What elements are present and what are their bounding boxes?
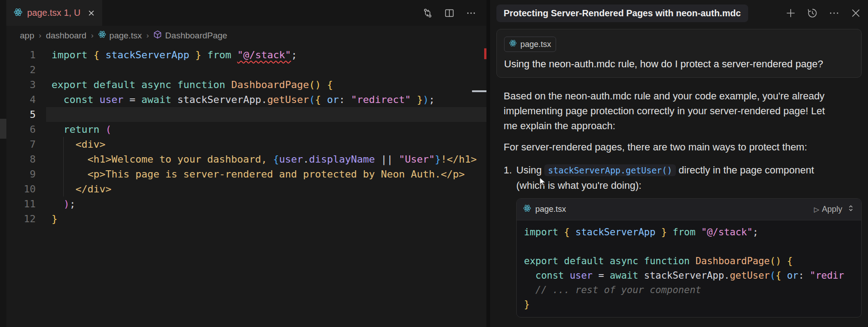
code-line: // ... rest of your component xyxy=(524,283,854,297)
code-line[interactable]: 1import { stackServerApp } from "@/stack… xyxy=(6,47,486,62)
chevron-right-icon: › xyxy=(39,31,42,40)
line-number: 2 xyxy=(6,62,36,77)
rail-scroll-handle[interactable] xyxy=(0,119,6,139)
open-changes-icon[interactable] xyxy=(422,8,433,19)
app-window: page.tsx 1, U xyxy=(0,0,868,327)
chat-panel: Protecting Server-Rendered Pages with ne… xyxy=(490,0,868,327)
more-actions-icon[interactable] xyxy=(466,8,476,19)
line-number: 4 xyxy=(6,92,36,107)
code-line: const user = await stackServerApp.getUse… xyxy=(524,268,854,283)
more-actions-icon[interactable] xyxy=(828,7,840,19)
context-chip-page-tsx[interactable]: page.tsx xyxy=(504,37,556,52)
editor-pane: page.tsx 1, U xyxy=(6,0,486,327)
line-number: 12 xyxy=(6,211,36,226)
chat-title[interactable]: Protecting Server-Rendered Pages with ne… xyxy=(496,5,748,22)
line-number: 11 xyxy=(6,196,36,211)
code-line[interactable]: 3export default async function Dashboard… xyxy=(6,77,486,92)
line-number: 7 xyxy=(6,137,36,152)
breadcrumb: app › dashboard › page.tsx › xyxy=(6,26,486,45)
code-block-body[interactable]: import { stackServerApp } from "@/stack"… xyxy=(517,220,861,317)
inline-code[interactable]: stackServerApp.getUser() xyxy=(544,164,676,176)
user-question: Using the neon-auth.mdc rule, how do I p… xyxy=(504,58,854,70)
list-item-1: 1. Using stackServerApp.getUser() direct… xyxy=(504,163,862,193)
line-number: 3 xyxy=(6,77,36,92)
line-number: 6 xyxy=(6,122,36,137)
chevron-right-icon: › xyxy=(146,31,149,40)
tab-close-icon[interactable] xyxy=(88,9,95,17)
new-chat-icon[interactable] xyxy=(785,7,797,19)
editor-actions xyxy=(422,0,476,26)
line-number: 5 xyxy=(6,107,36,122)
chip-label: page.tsx xyxy=(520,40,551,49)
response-paragraph: For server-rendered pages, there are two… xyxy=(504,140,862,154)
line-number: 1 xyxy=(6,47,36,62)
close-icon[interactable] xyxy=(850,7,862,19)
breadcrumb-file[interactable]: page.tsx xyxy=(98,30,142,41)
chat-header: Protecting Server-Rendered Pages with ne… xyxy=(496,0,862,26)
breadcrumb-symbol[interactable]: DashboardPage xyxy=(153,30,227,41)
response-paragraph: Based on the neon-auth.mdc rule and your… xyxy=(504,89,826,133)
code-line[interactable]: 6 return ( xyxy=(6,122,486,137)
code-line[interactable]: 11 ); xyxy=(6,196,486,211)
list-number: 1. xyxy=(504,163,516,193)
code-block-header: page.tsx ▷ Apply xyxy=(517,199,861,220)
code-editor[interactable]: 1import { stackServerApp } from "@/stack… xyxy=(6,45,486,226)
code-line[interactable]: 10 </div> xyxy=(6,182,486,196)
history-icon[interactable] xyxy=(807,7,818,19)
tab-label: page.tsx 1, U xyxy=(27,8,80,18)
split-editor-icon[interactable] xyxy=(444,8,455,19)
chevron-right-icon: › xyxy=(91,31,94,40)
symbol-cube-icon xyxy=(153,30,162,41)
mouse-cursor xyxy=(539,177,549,190)
expand-icon[interactable] xyxy=(847,204,855,215)
react-icon xyxy=(523,204,531,215)
code-line[interactable]: 9 <p>This page is server-rendered and pr… xyxy=(6,167,486,182)
code-line[interactable]: 12} xyxy=(6,211,486,226)
line-number: 8 xyxy=(6,152,36,167)
tab-bar: page.tsx 1, U xyxy=(6,0,486,26)
chat-code-block: page.tsx ▷ Apply xyxy=(516,198,862,318)
code-line xyxy=(524,239,854,254)
code-line[interactable]: 7 <div> xyxy=(6,137,486,152)
line-number: 9 xyxy=(6,167,36,182)
apply-button[interactable]: ▷ Apply xyxy=(814,205,842,214)
code-line[interactable]: 8 <h1>Welcome to your dashboard, {user.d… xyxy=(6,152,486,167)
react-icon xyxy=(14,8,23,19)
code-line[interactable]: 4 const user = await stackServerApp.getU… xyxy=(6,92,486,107)
tab-page-tsx[interactable]: page.tsx 1, U xyxy=(6,0,102,26)
list-line-2: (which is what you're doing): xyxy=(516,180,642,191)
assistant-response: Based on the neon-auth.mdc rule and your… xyxy=(496,89,862,318)
react-icon xyxy=(98,30,106,41)
code-line: import { stackServerApp } from "@/stack"… xyxy=(524,225,854,239)
code-line: export default async function DashboardP… xyxy=(524,254,854,268)
left-rail xyxy=(0,0,6,327)
breadcrumb-dashboard[interactable]: dashboard xyxy=(46,31,86,41)
code-block-filename: page.tsx xyxy=(535,205,566,214)
user-message: page.tsx Using the neon-auth.mdc rule, h… xyxy=(496,29,862,78)
react-icon xyxy=(509,39,517,49)
cursor-line-marker xyxy=(472,90,487,92)
panel-divider[interactable] xyxy=(486,0,490,327)
play-icon: ▷ xyxy=(814,206,819,214)
line-number: 10 xyxy=(6,182,36,196)
code-line[interactable]: 2 xyxy=(6,62,486,77)
breadcrumb-app[interactable]: app xyxy=(20,31,34,41)
code-line[interactable]: 5 xyxy=(6,107,486,122)
code-line: } xyxy=(524,297,854,312)
indent-guide xyxy=(63,137,64,196)
